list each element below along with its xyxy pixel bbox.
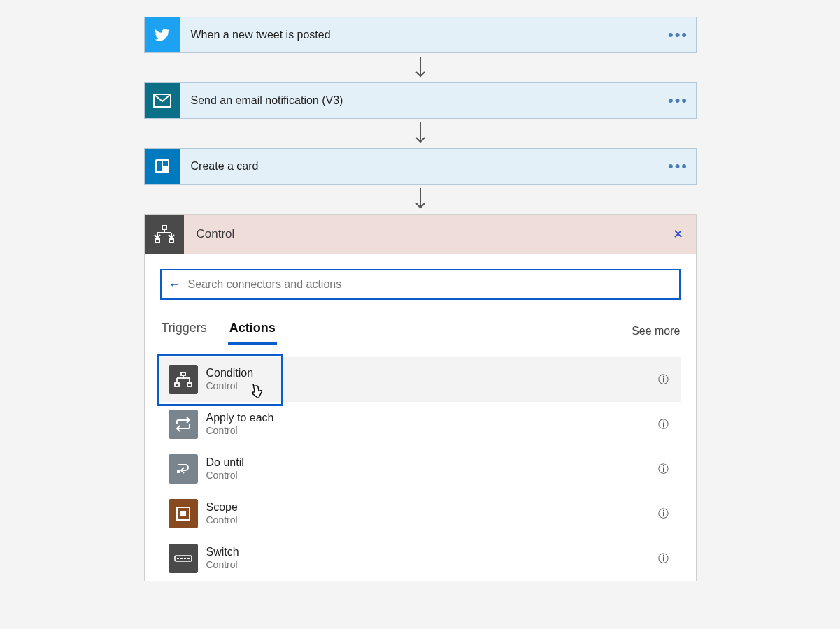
more-icon[interactable]: ••• xyxy=(661,157,696,175)
flow-step-trello[interactable]: Create a card ••• xyxy=(144,148,697,185)
svg-rect-14 xyxy=(181,372,185,375)
control-icon xyxy=(145,215,184,254)
svg-rect-7 xyxy=(162,226,166,229)
flow-step-label: Send an email notification (V3) xyxy=(180,94,661,107)
action-title: Do until xyxy=(206,456,653,470)
action-subtitle: Control xyxy=(206,380,653,393)
svg-rect-4 xyxy=(157,161,162,171)
action-title: Switch xyxy=(206,545,653,559)
flow-arrow xyxy=(0,53,840,82)
switch-icon xyxy=(169,544,198,573)
action-subtitle: Control xyxy=(206,425,653,438)
tab-triggers[interactable]: Triggers xyxy=(160,317,208,345)
action-subtitle: Control xyxy=(206,470,653,482)
action-item-dountil[interactable]: Do until Control ⓘ xyxy=(160,447,681,491)
info-icon[interactable]: ⓘ xyxy=(653,418,675,431)
scope-icon xyxy=(169,499,198,528)
action-item-scope[interactable]: Scope Control ⓘ xyxy=(160,491,681,536)
action-title: Scope xyxy=(206,500,653,514)
action-title: Condition xyxy=(206,366,653,380)
svg-rect-27 xyxy=(184,558,186,559)
twitter-icon xyxy=(145,17,180,52)
more-icon[interactable]: ••• xyxy=(661,92,696,110)
action-picker-panel: Control ✕ ← Triggers Actions See more xyxy=(144,214,697,581)
svg-rect-19 xyxy=(175,383,179,386)
flow-step-twitter[interactable]: When a new tweet is posted ••• xyxy=(144,17,697,53)
flow-step-label: When a new tweet is posted xyxy=(180,29,661,41)
svg-rect-13 xyxy=(169,239,173,243)
svg-rect-25 xyxy=(177,558,179,559)
search-container: ← xyxy=(160,269,681,300)
dountil-icon xyxy=(169,454,198,484)
action-item-condition[interactable]: Condition Control ⓘ xyxy=(160,357,681,402)
search-input[interactable] xyxy=(187,277,672,291)
svg-rect-23 xyxy=(180,511,186,516)
info-icon[interactable]: ⓘ xyxy=(653,463,675,476)
see-more-link[interactable]: See more xyxy=(632,325,680,345)
more-icon[interactable]: ••• xyxy=(661,26,696,44)
svg-rect-5 xyxy=(163,161,168,166)
apply-icon xyxy=(169,410,198,439)
info-icon[interactable]: ⓘ xyxy=(653,507,675,521)
info-icon[interactable]: ⓘ xyxy=(653,552,675,565)
svg-rect-26 xyxy=(180,558,183,559)
panel-header: Control ✕ xyxy=(145,215,696,254)
svg-rect-28 xyxy=(187,558,190,559)
picker-tabs: Triggers Actions xyxy=(160,317,277,345)
action-item-switch[interactable]: Switch Control ⓘ xyxy=(160,536,681,581)
back-arrow-icon[interactable]: ← xyxy=(169,278,181,291)
flow-step-label: Create a card xyxy=(180,160,661,173)
tab-actions[interactable]: Actions xyxy=(228,317,277,345)
flow-arrow xyxy=(0,185,840,214)
action-item-apply[interactable]: Apply to each Control ⓘ xyxy=(160,402,681,447)
svg-rect-21 xyxy=(177,470,180,473)
info-icon[interactable]: ⓘ xyxy=(653,373,675,386)
action-subtitle: Control xyxy=(206,559,653,572)
flow-arrow xyxy=(0,119,840,148)
action-subtitle: Control xyxy=(206,514,653,527)
svg-rect-20 xyxy=(187,383,192,386)
trello-icon xyxy=(145,149,180,184)
action-title: Apply to each xyxy=(206,411,653,425)
svg-rect-12 xyxy=(155,239,159,243)
condition-icon xyxy=(169,365,198,394)
flow-step-email[interactable]: Send an email notification (V3) ••• xyxy=(144,82,697,119)
email-icon xyxy=(145,83,180,118)
panel-title: Control xyxy=(184,227,661,241)
actions-list: Condition Control ⓘ Apply to each Contro… xyxy=(160,357,681,581)
close-icon[interactable]: ✕ xyxy=(661,226,696,242)
